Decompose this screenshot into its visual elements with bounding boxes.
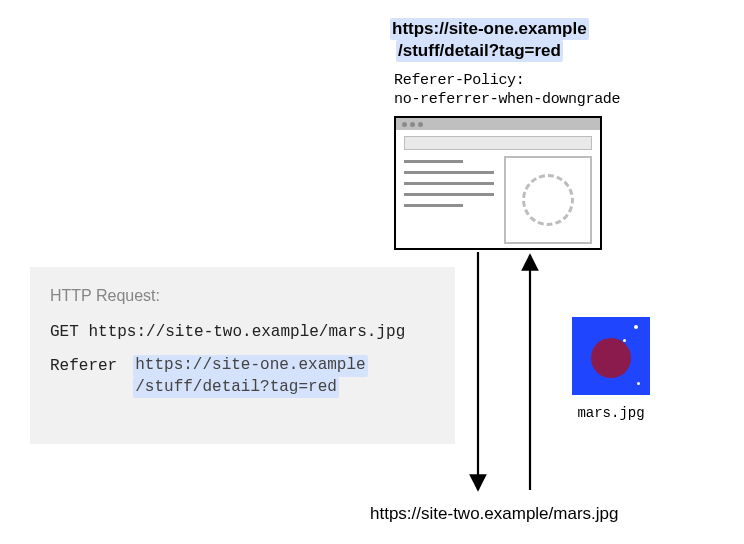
mars-image-icon bbox=[572, 317, 650, 395]
diagram-canvas: { "topUrl": { "line1": "https://site-one… bbox=[0, 0, 744, 544]
mars-image-group: mars.jpg bbox=[572, 317, 650, 421]
arrows bbox=[0, 0, 744, 544]
resource-url: https://site-two.example/mars.jpg bbox=[370, 504, 618, 524]
mars-image-label: mars.jpg bbox=[572, 405, 650, 421]
